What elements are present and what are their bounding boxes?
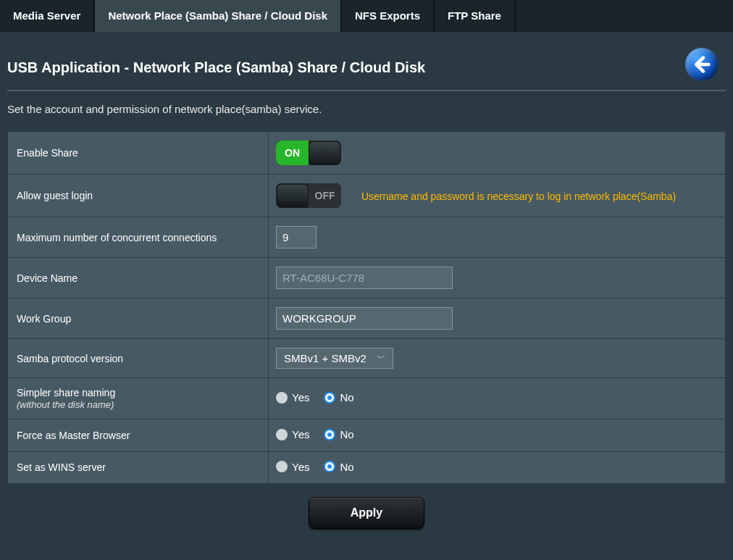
label-device-name: Device Name xyxy=(8,258,269,298)
toggle-allow-guest[interactable]: ON OFF xyxy=(276,183,341,208)
radio-icon xyxy=(324,392,335,404)
hint-allow-guest: Username and password is necessary to lo… xyxy=(361,189,676,204)
label-simpler-naming-main: Simpler share naming xyxy=(17,387,115,398)
divider xyxy=(7,90,726,91)
label-allow-guest: Allow guest login xyxy=(8,175,269,217)
radio-label-no: No xyxy=(340,461,353,473)
radio-master-yes[interactable]: Yes xyxy=(276,428,309,440)
label-simpler-naming: Simpler share naming (without the disk n… xyxy=(8,378,269,419)
toggle-enable-share[interactable]: ON OFF xyxy=(276,141,341,165)
settings-table: Enable Share ON OFF Allow guest login ON… xyxy=(7,131,726,484)
label-workgroup: Work Group xyxy=(8,298,269,339)
radio-simpler-yes[interactable]: Yes xyxy=(276,391,309,404)
radio-master-no[interactable]: No xyxy=(324,428,353,440)
radio-icon xyxy=(324,461,335,472)
tab-media-server[interactable]: Media Server xyxy=(0,0,95,32)
tab-bar: Media Server Network Place (Samba) Share… xyxy=(0,0,733,32)
tab-ftp-share[interactable]: FTP Share xyxy=(435,0,516,32)
radio-simpler-no[interactable]: No xyxy=(324,391,353,404)
label-wins-server: Set as WINS server xyxy=(8,451,269,484)
label-simpler-naming-sub: (without the disk name) xyxy=(17,399,114,410)
back-button[interactable] xyxy=(685,48,719,81)
radio-label-no: No xyxy=(340,391,353,404)
toggle-knob xyxy=(277,185,308,206)
radio-icon xyxy=(276,429,288,440)
radio-wins-no[interactable]: No xyxy=(324,461,353,473)
radio-icon xyxy=(276,392,288,404)
toggle-on-text: ON xyxy=(276,141,309,165)
back-arrow-icon xyxy=(691,54,713,75)
radio-wins-yes[interactable]: Yes xyxy=(276,461,309,473)
label-smb-version: Samba protocol version xyxy=(8,339,269,378)
page-title: USB Application - Network Place (Samba) … xyxy=(7,59,685,76)
radio-label-yes: Yes xyxy=(292,461,309,473)
label-master-browser: Force as Master Browser xyxy=(8,419,269,452)
label-enable-share: Enable Share xyxy=(8,132,269,175)
select-smb-version-value: SMBv1 + SMBv2 xyxy=(284,352,366,364)
chevron-down-icon: ﹀ xyxy=(377,352,385,364)
label-max-connections: Maximum number of concurrent connections xyxy=(8,217,269,258)
radio-label-no: No xyxy=(340,428,353,440)
page-description: Set the account and permission of networ… xyxy=(7,100,726,131)
input-max-connections[interactable] xyxy=(276,226,317,248)
toggle-off-text: OFF xyxy=(309,183,341,208)
input-workgroup[interactable] xyxy=(276,307,453,330)
apply-button[interactable]: Apply xyxy=(309,497,424,529)
toggle-knob xyxy=(309,142,340,164)
radio-icon xyxy=(276,461,288,472)
tab-nfs-exports[interactable]: NFS Exports xyxy=(342,0,435,32)
tab-samba[interactable]: Network Place (Samba) Share / Cloud Disk xyxy=(95,0,342,32)
select-smb-version[interactable]: SMBv1 + SMBv2 ﹀ xyxy=(276,348,393,369)
input-device-name[interactable] xyxy=(276,267,453,289)
radio-icon xyxy=(324,429,335,440)
radio-label-yes: Yes xyxy=(292,391,309,404)
radio-label-yes: Yes xyxy=(292,428,309,440)
